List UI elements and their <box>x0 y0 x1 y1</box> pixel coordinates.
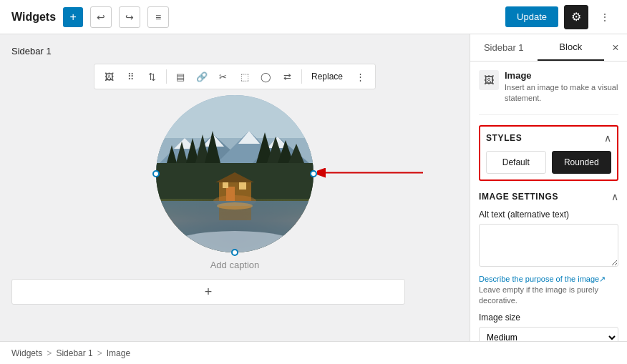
alt-text-label: Alt text (alternative text) <box>479 210 618 220</box>
image-circle[interactable] <box>156 95 314 252</box>
panel-close-button[interactable]: × <box>604 36 627 59</box>
header-left: Widgets + ↩ ↪ ≡ <box>11 6 169 28</box>
image-block: Add caption <box>11 95 458 270</box>
image-circle-wrapper <box>156 95 314 252</box>
resize-handle-right[interactable] <box>310 170 317 177</box>
tab-sidebar[interactable]: Sidebar 1 <box>470 35 538 60</box>
styles-title: Styles <box>486 133 522 143</box>
settings-button[interactable]: ⚙ <box>564 5 588 29</box>
update-button[interactable]: Update <box>505 6 558 27</box>
image-preview <box>156 95 314 252</box>
image-size-select[interactable]: Thumbnail Medium Large Full Size <box>479 327 618 341</box>
block-name: Image <box>505 70 618 81</box>
landscape-svg <box>156 95 314 252</box>
swap-icon[interactable]: ⇄ <box>278 67 297 86</box>
image-settings-header: Image settings ∧ <box>479 191 618 202</box>
resize-handle-left[interactable] <box>152 170 160 177</box>
list-view-button[interactable]: ≡ <box>147 6 169 28</box>
link-icon[interactable]: 🔗 <box>193 67 211 86</box>
image-settings-section: Image settings ∧ Alt text (alternative t… <box>479 191 618 341</box>
style-options: Default Rounded <box>486 151 611 174</box>
more-options-button[interactable]: ⋮ <box>594 6 616 28</box>
panel-body: 🖼 Image Insert an image to make a visual… <box>470 62 627 341</box>
undo-button[interactable]: ↩ <box>90 6 112 28</box>
main-content: Sidebar 1 🖼 ⠿ ⇅ ▤ 🔗 ✂ ⬚ ◯ ⇄ Replace ⋮ <box>0 34 627 341</box>
block-toolbar: 🖼 ⠿ ⇅ ▤ 🔗 ✂ ⬚ ◯ ⇄ Replace ⋮ <box>94 64 376 89</box>
svg-rect-23 <box>239 182 246 190</box>
styles-section: Styles ∧ Default Rounded <box>479 125 618 181</box>
arrow-annotation <box>317 162 424 186</box>
toolbar-separator-2 <box>301 69 302 84</box>
styles-collapse-button[interactable]: ∧ <box>604 132 611 144</box>
header-right: Update ⚙ ⋮ <box>505 5 616 29</box>
image-settings-title: Image settings <box>479 192 558 202</box>
style-default-button[interactable]: Default <box>486 151 546 174</box>
alt-text-note: Leave empty if the image is purely decor… <box>479 285 598 305</box>
add-block-button[interactable]: + <box>11 279 405 305</box>
image-settings-collapse-button[interactable]: ∧ <box>611 191 618 202</box>
alt-text-hint: Describe the purpose of the image↗ Leave… <box>479 273 618 305</box>
circle-icon[interactable]: ◯ <box>257 67 276 86</box>
tab-block[interactable]: Block <box>538 34 605 61</box>
add-block-button[interactable]: + <box>63 7 83 27</box>
block-info: 🖼 Image Insert an image to make a visual… <box>479 70 618 115</box>
sidebar-area-label: Sidebar 1 <box>11 46 458 56</box>
svg-rect-24 <box>223 182 228 188</box>
resize-handle-bottom[interactable] <box>231 249 238 256</box>
page-title: Widgets <box>11 11 56 24</box>
image-caption[interactable]: Add caption <box>210 260 260 270</box>
block-info-text: Image Insert an image to make a visual s… <box>505 70 618 104</box>
breadcrumb-widgets[interactable]: Widgets <box>11 348 42 358</box>
block-type-icon: 🖼 <box>479 70 499 90</box>
toolbar-separator-1 <box>166 69 167 84</box>
drag-icon[interactable]: ⠿ <box>122 67 140 86</box>
image-size-label: Image size <box>479 313 618 323</box>
app-header: Widgets + ↩ ↪ ≡ Update ⚙ ⋮ <box>0 0 627 34</box>
image-toolbar-icon[interactable]: 🖼 <box>100 67 119 86</box>
block-description: Insert an image to make a visual stateme… <box>505 82 618 104</box>
style-rounded-button[interactable]: Rounded <box>552 151 612 174</box>
arrow-svg <box>317 162 424 184</box>
styles-header: Styles ∧ <box>486 132 611 144</box>
alt-text-link[interactable]: Describe the purpose of the image↗ <box>479 275 606 283</box>
toolbar-more-button[interactable]: ⋮ <box>351 67 369 86</box>
filter-icon[interactable]: ⬚ <box>235 67 254 86</box>
breadcrumb-sidebar[interactable]: Sidebar 1 <box>56 348 92 358</box>
svg-point-29 <box>217 202 253 210</box>
replace-button[interactable]: Replace <box>306 69 348 84</box>
breadcrumb-image: Image <box>107 348 130 358</box>
right-panel: Sidebar 1 Block × 🖼 Image Insert an imag… <box>470 34 627 341</box>
breadcrumb: Widgets > Sidebar 1 > Image <box>0 341 627 364</box>
alt-text-input[interactable] <box>479 224 618 267</box>
breadcrumb-sep-1: > <box>47 348 52 358</box>
canvas-area: Sidebar 1 🖼 ⠿ ⇅ ▤ 🔗 ✂ ⬚ ◯ ⇄ Replace ⋮ <box>0 34 470 341</box>
redo-button[interactable]: ↪ <box>119 6 140 28</box>
breadcrumb-sep-2: > <box>97 348 102 358</box>
panel-tabs: Sidebar 1 Block × <box>470 34 627 62</box>
crop-icon[interactable]: ✂ <box>214 67 233 86</box>
align-icon[interactable]: ▤ <box>171 67 190 86</box>
add-block-area: + <box>11 279 458 305</box>
up-down-icon[interactable]: ⇅ <box>143 67 162 86</box>
